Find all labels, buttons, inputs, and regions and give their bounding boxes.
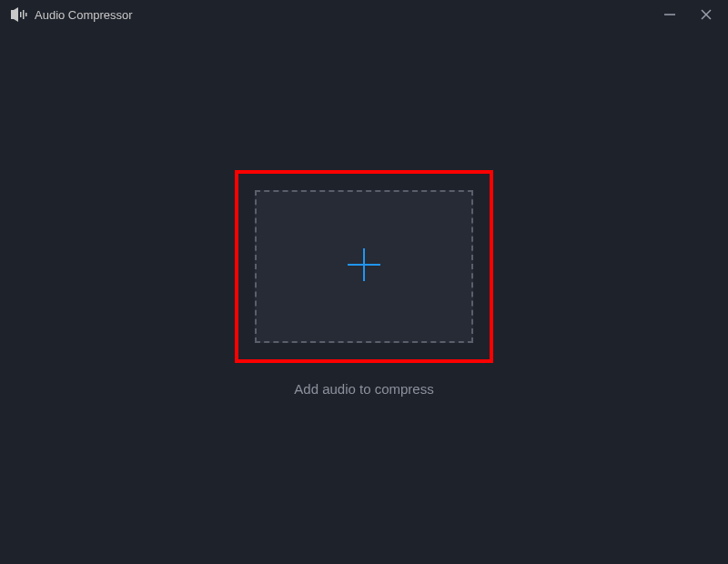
- svg-marker-1: [14, 7, 18, 22]
- svg-rect-0: [11, 10, 14, 19]
- plus-icon: [342, 243, 386, 290]
- svg-rect-2: [20, 12, 22, 17]
- minimize-button[interactable]: [659, 4, 681, 25]
- app-title: Audio Compressor: [35, 8, 133, 22]
- svg-rect-4: [25, 13, 27, 16]
- titlebar-left: Audio Compressor: [11, 7, 133, 22]
- drop-zone-highlight: [235, 170, 493, 363]
- window-controls: [659, 4, 717, 25]
- add-audio-drop-zone[interactable]: [255, 190, 473, 343]
- main-content: Add audio to compress: [0, 29, 728, 564]
- titlebar: Audio Compressor: [0, 0, 728, 29]
- close-button[interactable]: [695, 4, 717, 25]
- audio-compressor-icon: [11, 7, 27, 22]
- instruction-text: Add audio to compress: [294, 381, 433, 397]
- svg-rect-3: [23, 10, 25, 19]
